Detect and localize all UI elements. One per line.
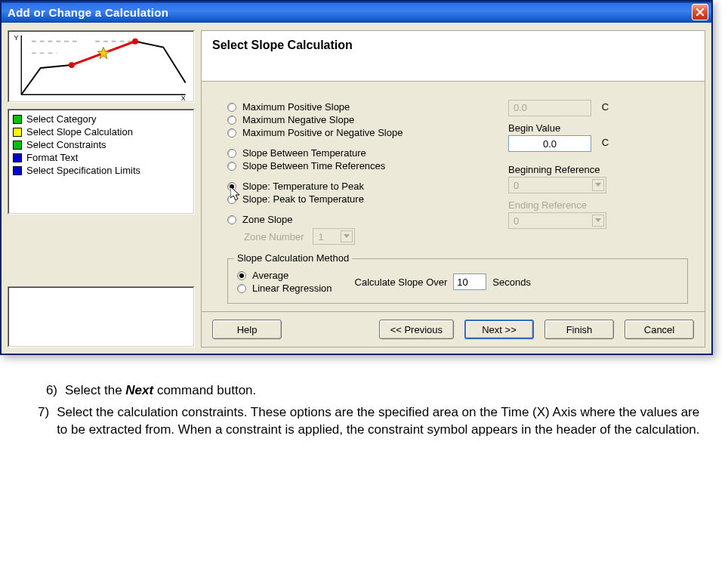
- step-item-select-category[interactable]: Select Category: [13, 113, 190, 125]
- ending-reference-dropdown: 0: [508, 212, 606, 229]
- radio-label: Average: [252, 270, 288, 281]
- dialog-title: Add or Change a Calculation: [8, 6, 168, 19]
- radio-label: Maximum Positive or Negative Slope: [242, 127, 403, 138]
- left-column: Y X: [8, 30, 195, 348]
- radio-label: Maximum Positive Slope: [242, 101, 350, 113]
- radio-icon: [227, 116, 236, 125]
- radio-label: Slope Between Time References: [242, 160, 385, 171]
- cancel-button[interactable]: Cancel: [625, 320, 694, 339]
- step-label: Format Text: [26, 152, 78, 163]
- close-button[interactable]: [692, 4, 708, 20]
- begin-value-row: C: [508, 135, 674, 152]
- beginning-reference-label: Beginning Reference: [508, 164, 674, 175]
- panel-title: Select Slope Calculation: [212, 39, 694, 52]
- chevron-down-icon: [592, 215, 604, 227]
- calc-slope-over-row: Calculate Slope Over Seconds: [355, 273, 531, 290]
- svg-point-6: [69, 62, 75, 68]
- preview-svg: Y X: [8, 31, 194, 102]
- radio-label: Slope: Temperature to Peak: [242, 181, 364, 192]
- step-label: Select Specification Limits: [26, 165, 140, 176]
- radio-icon: [227, 128, 236, 137]
- step-label: Select Slope Calculation: [26, 126, 133, 137]
- radio-icon: [227, 215, 236, 224]
- radio-icon: [227, 149, 236, 158]
- radio-icon: [227, 182, 236, 191]
- close-icon: [696, 8, 705, 17]
- radio-icon: [227, 103, 236, 112]
- method-radios: Average Linear Regression: [237, 268, 332, 295]
- step-swatch: [13, 128, 22, 137]
- instruction-6: 6) Select the Next command button.: [38, 382, 705, 400]
- dialog-body: Y X: [2, 23, 711, 354]
- begin-value-field[interactable]: [508, 135, 591, 152]
- chevron-down-icon: [592, 179, 604, 191]
- begin-value-label: Begin Value: [508, 122, 674, 134]
- svg-marker-10: [344, 234, 350, 238]
- zone-number-row: Zone Number 1: [244, 228, 688, 245]
- step-swatch: [13, 141, 22, 150]
- radio-icon: [237, 271, 246, 280]
- radio-label: Zone Slope: [242, 214, 293, 225]
- y-axis-label: Y: [14, 34, 18, 42]
- svg-marker-11: [595, 183, 601, 187]
- finish-button[interactable]: Finish: [544, 320, 614, 339]
- chevron-down-icon: [341, 230, 353, 243]
- instruction-number: 6): [38, 382, 57, 400]
- instruction-text: 6) Select the Next command button. 7) Se…: [0, 370, 728, 451]
- radio-icon: [237, 284, 246, 293]
- step-label: Select Category: [26, 113, 97, 125]
- preview-graph: Y X: [8, 30, 195, 103]
- step-item-select-specification-limits[interactable]: Select Specification Limits: [13, 164, 190, 177]
- top-value-row: 0.0 C: [508, 100, 674, 116]
- step-item-select-constraints[interactable]: Select Constraints: [13, 138, 190, 151]
- step-item-select-slope-calculation[interactable]: Select Slope Calculation: [13, 125, 190, 138]
- radio-icon: [227, 195, 236, 204]
- zone-number-label: Zone Number: [244, 231, 304, 243]
- calc-slope-over-field[interactable]: [453, 273, 486, 290]
- svg-point-7: [132, 39, 138, 45]
- button-bar: Help << Previous Next >> Finish Cancel: [202, 311, 705, 347]
- x-axis-label: X: [181, 94, 186, 102]
- ending-reference-label: Ending Reference: [508, 199, 674, 211]
- radio-label: Slope: Peak to Temperature: [242, 193, 364, 205]
- radio-label: Maximum Negative Slope: [242, 114, 354, 125]
- begin-value-unit: C: [602, 137, 609, 148]
- svg-marker-12: [595, 218, 601, 222]
- instruction-body: Select the Next command button.: [65, 382, 256, 400]
- panel-content: Maximum Positive Slope Maximum Negative …: [202, 82, 705, 311]
- calc-label-pre: Calculate Slope Over: [355, 277, 448, 288]
- panel-header: Select Slope Calculation: [202, 31, 705, 82]
- radio-label: Linear Regression: [252, 283, 332, 294]
- description-box: [8, 286, 195, 348]
- next-button[interactable]: Next >>: [464, 320, 534, 339]
- step-item-format-text[interactable]: Format Text: [13, 151, 190, 164]
- step-swatch: [13, 115, 22, 124]
- wizard-step-list: Select Category Select Slope Calculation…: [8, 109, 195, 215]
- step-swatch: [13, 153, 22, 162]
- dialog-add-change-calculation: Add or Change a Calculation Y X: [0, 0, 713, 355]
- instruction-7: 7) Select the calculation constraints. T…: [38, 404, 705, 439]
- beginning-reference-value: 0: [514, 180, 519, 191]
- title-bar[interactable]: Add or Change a Calculation: [2, 2, 711, 23]
- previous-button[interactable]: << Previous: [379, 320, 454, 339]
- zone-number-value: 1: [318, 231, 323, 243]
- ending-reference-value: 0: [514, 215, 519, 227]
- radio-label: Slope Between Temperature: [242, 147, 366, 159]
- radio-method-average[interactable]: Average: [237, 270, 332, 281]
- radio-icon: [227, 162, 236, 171]
- slope-calc-method-group: Slope Calculation Method Average Linear …: [227, 258, 688, 304]
- radio-method-linear-regression[interactable]: Linear Regression: [237, 283, 332, 294]
- step-label: Select Constraints: [26, 139, 106, 150]
- top-value-field: 0.0: [508, 100, 591, 116]
- right-input-stack: 0.0 C Begin Value C Beginning Reference …: [508, 100, 674, 229]
- fieldset-legend: Slope Calculation Method: [234, 252, 352, 264]
- step-swatch: [13, 166, 22, 175]
- instruction-number: 7): [38, 404, 49, 439]
- help-button[interactable]: Help: [212, 320, 282, 339]
- instruction-body: Select the calculation constraints. Thes…: [57, 404, 705, 439]
- calc-label-post: Seconds: [492, 277, 531, 288]
- right-panel: Select Slope Calculation Maximum Positiv…: [201, 30, 705, 348]
- top-value-unit: C: [602, 101, 609, 113]
- svg-marker-8: [97, 48, 110, 59]
- beginning-reference-dropdown: 0: [508, 177, 606, 193]
